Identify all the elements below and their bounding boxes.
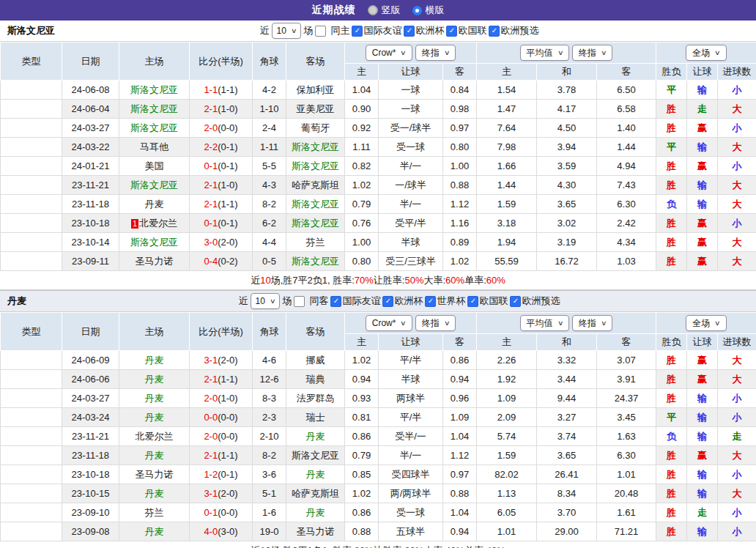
chevron-down-icon: ∨ — [557, 319, 564, 327]
league-type-cell: 欧洲杯 — [1, 252, 62, 271]
home-team-name: 丹麦 — [145, 488, 164, 499]
summary-segment: 让胜率: — [374, 274, 405, 287]
crow-final-select[interactable]: 终指∨ — [415, 45, 456, 61]
score-cell: 0-4(0-2) — [190, 252, 253, 271]
summary-segment: 10 — [260, 545, 270, 548]
handicap-result: 赢 — [697, 160, 707, 171]
crow-group-header: Crow*∨ 终指∨ — [345, 42, 477, 64]
halftime-score: (2-0) — [218, 237, 237, 248]
result-cell: 胜 — [656, 252, 687, 271]
wdl-result: 胜 — [667, 393, 676, 404]
crow-odds-cell: 1.02 — [345, 176, 379, 195]
wdl-result: 胜 — [667, 237, 676, 248]
avg-odds-cell: 1.01 — [597, 465, 656, 484]
same-venue-checkbox[interactable] — [315, 26, 326, 37]
crow-select[interactable]: Crow*∨ — [366, 315, 412, 331]
crow-odds-cell: 1.16 — [443, 214, 477, 233]
record-summary-slovenia: 近10场,胜7平2负1, 胜率:70% 让胜率:50% 大率:60% 单率:60… — [0, 271, 756, 290]
crow-odds-cell: 1.12 — [443, 446, 477, 465]
result-cell: 走 — [687, 100, 718, 119]
halftime-score: (1-0) — [218, 179, 237, 190]
away-team-cell: 亚美尼亚 — [286, 100, 345, 119]
match-row: 国际友谊24-06-09丹麦3-1(2-0)4-6挪威1.02平/半0.862.… — [1, 351, 756, 370]
corner-cell: 4-6 — [253, 351, 286, 370]
avg-odds-cell: 3.74 — [537, 427, 597, 446]
league-type-cell: 国际友谊 — [1, 370, 62, 389]
col-header-home: 主场 — [119, 42, 190, 81]
col-header-date: 日期 — [62, 42, 119, 81]
goals-result: 大 — [733, 374, 742, 385]
result-cell: 输 — [687, 176, 718, 195]
halftime-score: (1-1) — [218, 199, 237, 210]
league-filter-checkbox[interactable]: ✓ — [446, 26, 457, 37]
handicap-result: 输 — [697, 393, 707, 404]
crow-odds-cell: 0.76 — [345, 214, 379, 233]
fulltime-score: 2-1 — [204, 450, 218, 461]
league-type-cell: 欧洲杯 — [1, 176, 62, 195]
fulltime-select[interactable]: 全场∨ — [686, 315, 727, 331]
crow-final-select[interactable]: 终指∨ — [415, 315, 456, 331]
wdl-result: 负 — [667, 431, 676, 442]
away-team-name: 丹麦 — [306, 431, 325, 442]
crow-odds-cell: 0.92 — [345, 119, 379, 138]
fulltime-score: 4-0 — [204, 526, 218, 537]
league-filter-label: 欧洲预选 — [522, 295, 560, 308]
crow-select[interactable]: Crow*∨ — [366, 45, 412, 61]
recent-count-select[interactable]: 10 ∨ — [251, 293, 281, 309]
league-filter-checkbox[interactable]: ✓ — [425, 296, 436, 307]
league-filter-checkbox[interactable]: ✓ — [467, 296, 478, 307]
sub-header-handicap: 让球 — [687, 64, 718, 81]
league-filter-checkbox[interactable]: ✓ — [382, 296, 393, 307]
away-team-name: 葡萄牙 — [301, 122, 330, 133]
crow-odds-cell: 受平/半 — [379, 214, 443, 233]
filter-bar: 近 10 ∨ 场 同主 ✓国际友谊✓欧洲杯✓欧国联✓欧洲预选 — [44, 21, 756, 41]
same-venue-checkbox[interactable] — [294, 296, 305, 307]
halftime-score: (2-0) — [218, 488, 237, 499]
crow-odds-cell: 1.00 — [443, 157, 477, 176]
chevron-down-icon: ∨ — [601, 49, 607, 56]
fulltime-select[interactable]: 全场∨ — [686, 45, 727, 61]
home-team-name: 丹麦 — [145, 393, 164, 404]
away-team-cell: 丹麦 — [286, 503, 345, 522]
sub-header-host: 主 — [345, 64, 379, 81]
crow-odds-cell: 0.93 — [345, 389, 379, 408]
avg-odds-cell: 1.94 — [477, 233, 537, 252]
average-select[interactable]: 平均值∨ — [520, 45, 570, 61]
crow-odds-cell: 0.97 — [443, 465, 477, 484]
result-cell: 赢 — [687, 119, 718, 138]
fulltime-score: 0-1 — [204, 218, 218, 229]
home-team-name: 丹麦 — [145, 450, 164, 461]
league-filter-label: 国际友谊 — [342, 295, 380, 308]
avg-odds-cell: 3.18 — [477, 214, 537, 233]
horizontal-radio-label[interactable]: 横版 — [426, 4, 445, 17]
recent-count-select[interactable]: 10 ∨ — [272, 23, 302, 39]
average-final-select[interactable]: 终指∨ — [572, 315, 613, 331]
crow-odds-cell: 受四球半 — [379, 465, 443, 484]
league-filter-checkbox[interactable]: ✓ — [330, 296, 341, 307]
date-cell: 23-11-21 — [62, 427, 119, 446]
vertical-radio-label[interactable]: 竖版 — [382, 4, 401, 17]
league-filter-checkbox[interactable]: ✓ — [510, 296, 521, 307]
average-final-select[interactable]: 终指∨ — [572, 45, 613, 61]
league-filter-checkbox[interactable]: ✓ — [352, 26, 363, 37]
summary-segment: 50% — [404, 275, 423, 286]
league-filter-checkbox[interactable]: ✓ — [404, 26, 415, 37]
corner-cell: 2-3 — [253, 408, 286, 427]
date-cell: 23-10-14 — [62, 233, 119, 252]
crow-odds-cell: 1.04 — [443, 427, 477, 446]
result-cell: 胜 — [656, 389, 687, 408]
col-header-date: 日期 — [62, 313, 119, 351]
result-cell: 输 — [687, 408, 718, 427]
crow-odds-cell: 0.79 — [345, 195, 379, 214]
away-team-name: 挪威 — [306, 355, 325, 366]
score-cell: 2-0(1-0) — [190, 389, 253, 408]
result-cell: 负 — [656, 195, 687, 214]
date-cell: 23-11-18 — [62, 195, 119, 214]
horizontal-radio[interactable] — [412, 6, 422, 15]
league-filter-checkbox[interactable]: ✓ — [489, 26, 500, 37]
vertical-radio[interactable] — [368, 5, 378, 15]
home-team-cell: 斯洛文尼亚 — [119, 119, 190, 138]
average-select[interactable]: 平均值∨ — [520, 315, 570, 331]
home-team-cell: 丹麦 — [119, 195, 190, 214]
fulltime-score: 2-1 — [204, 199, 218, 210]
